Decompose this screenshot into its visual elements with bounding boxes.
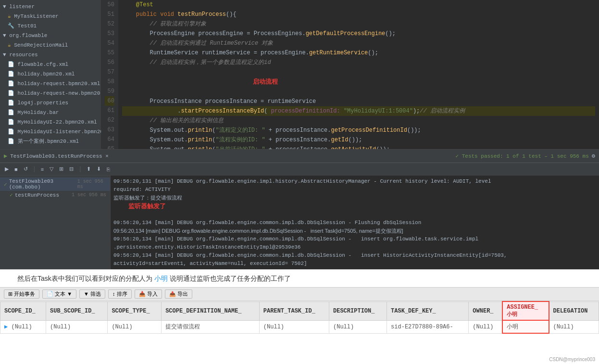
tree-resources[interactable]: ▼ resources <box>0 50 101 60</box>
run-class-label: TestFlowable03 (com.bobo) <box>9 178 75 190</box>
log-line-10: 09:56:20,134 [main] DEBUG org.flowable.e… <box>113 268 596 269</box>
cell-sub-scope-id: (Null) <box>46 320 107 333</box>
tree-test01[interactable]: 🔧 Test01 <box>0 21 101 31</box>
code-line-60: .startProcessInstanceById( processDefini… <box>122 106 595 116</box>
run-toolbar: ▶ ■ ↺ | ≡ ▽ ⊞ ⊟ | ⬆ ⬇ ⎘ <box>0 163 599 176</box>
tree-myholidayui-listener[interactable]: 📄 MyHolidayUI-listener.bpmn20.xml <box>0 127 101 137</box>
tree-myholidayui[interactable]: 📄 MyHolidayUI-22.bpmn20.xml <box>0 117 101 127</box>
log-line-7: .persistence.entity.HistoricTaskInstance… <box>113 243 596 251</box>
run-stop-button[interactable]: ■ <box>12 166 20 173</box>
cell-parent-task-id: (Null) <box>259 320 329 333</box>
code-line-53: // 获取流程引擎对象 <box>122 19 595 29</box>
col-header-scope-id: SCOPE_ID_ <box>0 301 46 320</box>
code-line-61: // 输出相关的流程实例信息 <box>122 116 595 126</box>
run-collapse-button[interactable]: ⊟ <box>67 165 75 173</box>
run-export-button[interactable]: ⬆ <box>85 165 93 173</box>
run-header: ▶ TestFlowable03.testRunProcess × ✓ Test… <box>0 150 599 163</box>
db-area: ⊞ 开始事务 📄 文本 ▼ ▼ 筛选 ↕ 排序 📥 导入 📤 导出 SCOPE_… <box>0 287 599 334</box>
cell-scope-def-name: 提交请假流程 <box>162 320 260 333</box>
cell-delegation: (Null) <box>549 320 599 333</box>
cell-scope-id: ▶ (Null) <box>0 320 46 333</box>
tree-holiday-req[interactable]: 📄 holiday-request.bpmn20.xml <box>0 79 101 88</box>
pass-icon-method: ✓ <box>10 192 13 198</box>
run-rerun-failed-button[interactable]: ↺ <box>22 165 30 173</box>
run-expand-button[interactable]: ⊞ <box>57 165 65 173</box>
run-body: ✓ TestFlowable03 (com.bobo) 1 sec 956 ms… <box>0 176 599 269</box>
tree-sendrejectionmail[interactable]: ☕ SendRejectionMail <box>0 40 101 50</box>
col-header-owner: OWNER_ <box>469 301 503 320</box>
code-line-63: System.out.println("流程实例的ID: " + process… <box>122 135 595 145</box>
tree-holiday-req-new[interactable]: 📄 holiday-request-new.bpmn20.xml <box>0 88 101 98</box>
col-header-assignee: ASSIGNEE_小明 <box>502 301 549 320</box>
cell-task-def-key: sid-E27D7880-89A6- <box>387 320 469 333</box>
log-line-8: 09:56:20,134 [main] DEBUG org.flowable.e… <box>113 251 596 260</box>
tree-first-case[interactable]: 📄 第一个案例.bpmn20.xml <box>0 137 101 146</box>
code-line-64: System.out.println("当前活动的ID: " + process… <box>122 145 595 149</box>
run-sort-button[interactable]: ≡ <box>39 166 46 173</box>
tree-log4j[interactable]: 📄 log4j.properties <box>0 98 101 108</box>
file-tree: ▼ listener ☕ MyTaskListener 🔧 Test01 ▼ o… <box>0 0 101 149</box>
log-line-1: 09:56:20,131 [main] DEBUG org.flowable.e… <box>113 177 596 186</box>
tree-test-folder[interactable]: ▼ test <box>0 146 101 149</box>
code-line-50: @Test <box>122 0 595 10</box>
code-line-54: ProcessEngine processEngine = ProcessEng… <box>122 29 595 38</box>
code-line-58: // 启动流程实例，第一个参数是流程定义的id 启动流程 <box>122 58 595 97</box>
tree-mytasklistener[interactable]: ☕ MyTaskListener <box>0 12 101 21</box>
listener-annotation: 监听器触发了 <box>128 202 166 210</box>
code-editor: 50 51 52 53 54 55 56 57 58 59 60 61 62 6… <box>101 0 599 149</box>
tree-flowable-cfg[interactable]: 📄 flowable.cfg.xml <box>0 60 101 69</box>
run-filter-button[interactable]: ▽ <box>48 165 55 173</box>
db-table-wrap: SCOPE_ID_ SUB_SCOPE_ID_ SCOPE_TYPE_ SCOP… <box>0 301 599 334</box>
code-line-55: // 启动流程实例通过 RuntimeService 对象 <box>122 38 595 48</box>
run-open-button[interactable]: ⎘ <box>105 166 112 173</box>
highlight-name: 小明 <box>154 275 168 282</box>
col-header-task-def-key: TASK_DEF_KEY_ <box>387 301 469 320</box>
run-method-time: 1 sec 956 ms <box>72 192 106 198</box>
run-class-time: 1 sec 956 ms <box>77 179 106 189</box>
run-method-label: testRunProcess <box>15 192 59 198</box>
run-log: 09:56:20,131 [main] DEBUG org.flowable.e… <box>111 176 599 269</box>
log-line-2: required: ACTIVITY <box>113 186 596 194</box>
db-filter-button[interactable]: ▼ 筛选 <box>79 289 105 299</box>
code-line-62: System.out.println("流程定义的ID: " + process… <box>122 126 595 135</box>
code-line-56: RuntimeService runtimeService = processE… <box>122 48 595 58</box>
log-line-3: 监听器触发了：提交请假流程 监听器触发了 <box>113 194 596 219</box>
tests-passed-badge: ✓ Tests passed: 1 of 1 test – 1 sec 956 … <box>455 153 588 159</box>
db-sort-button[interactable]: ↕ 排序 <box>108 289 132 299</box>
col-header-sub-scope-id: SUB_SCOPE_ID_ <box>46 301 107 320</box>
pass-icon-class: ✓ <box>4 181 7 188</box>
col-header-description: DESCRIPTION_ <box>329 301 387 320</box>
table-row: ▶ (Null) (Null) (Null) 提交请假流程 (Null) (Nu… <box>0 320 599 333</box>
tree-myholiday-bar[interactable]: 📄 MyHoliday.bar <box>0 108 101 117</box>
tree-listener[interactable]: ▼ listener <box>0 2 101 12</box>
log-line-4: 09:56:20,134 [main] DEBUG org.flowable.e… <box>113 219 596 227</box>
log-line-5: 09:56:20,134 [main] DEBUG org.flowable.e… <box>113 227 596 235</box>
chinese-text: 然后在Task表中我们可以看到对应的分配人为 小明 说明通过监听也完成了任务分配… <box>0 269 599 287</box>
run-sidebar: ✓ TestFlowable03 (com.bobo) 1 sec 956 ms… <box>0 176 111 269</box>
db-import-button[interactable]: 📥 导入 <box>135 289 162 299</box>
run-panel: ▶ TestFlowable03.testRunProcess × ✓ Test… <box>0 149 599 269</box>
tree-orgflowable[interactable]: ▼ org.flowable <box>0 31 101 40</box>
col-header-delegation: DELEGATION <box>549 301 599 320</box>
run-item-class[interactable]: ✓ TestFlowable03 (com.bobo) 1 sec 956 ms <box>0 177 110 191</box>
line-numbers: 50 51 52 53 54 55 56 57 58 59 60 61 62 6… <box>101 0 118 149</box>
editor-area: ▼ listener ☕ MyTaskListener 🔧 Test01 ▼ o… <box>0 0 599 149</box>
run-restart-button[interactable]: ▶ <box>3 165 11 173</box>
run-title: TestFlowable03.testRunProcess × <box>10 153 109 159</box>
run-import-button[interactable]: ⬇ <box>95 165 103 173</box>
col-header-parent-task-id: PARENT_TASK_ID_ <box>259 301 329 320</box>
col-header-scope-def-name: SCOPE_DEFINITION_NAME_ <box>162 301 260 320</box>
run-item-method[interactable]: ✓ testRunProcess 1 sec 956 ms <box>0 191 110 199</box>
db-text-button[interactable]: 📄 文本 ▼ <box>42 289 76 299</box>
run-header-left: ▶ TestFlowable03.testRunProcess × <box>4 152 109 160</box>
db-table: SCOPE_ID_ SUB_SCOPE_ID_ SCOPE_TYPE_ SCOP… <box>0 301 599 334</box>
tree-holiday-bpmn[interactable]: 📄 holiday.bpmn20.xml <box>0 69 101 79</box>
settings-icon: ⚙ <box>592 152 595 160</box>
chinese-main-text: 然后在Task表中我们可以看到对应的分配人为 <box>17 275 152 282</box>
cell-assignee: 小明 <box>502 320 549 333</box>
db-export-button[interactable]: 📤 导出 <box>165 289 192 299</box>
db-start-transaction-button[interactable]: ⊞ 开始事务 <box>4 289 39 299</box>
col-header-scope-type: SCOPE_TYPE_ <box>108 301 162 320</box>
log-line-6: 09:56:20,134 [main] DEBUG org.flowable.e… <box>113 235 596 243</box>
cell-owner: (Null) <box>469 320 503 333</box>
